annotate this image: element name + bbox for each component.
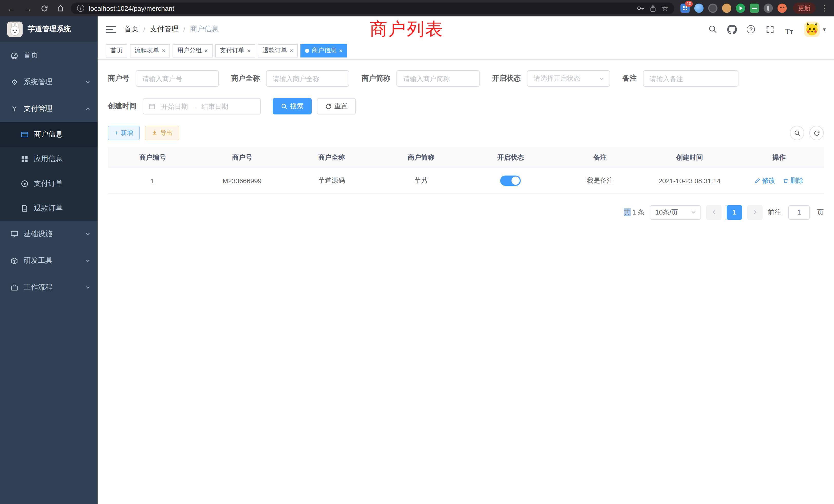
sidebar-item-home[interactable]: 首页 xyxy=(0,42,97,69)
browser-extensions: 10 xyxy=(678,4,789,13)
sidebar-item-system[interactable]: ⚙ 系统管理 xyxy=(0,69,97,95)
next-page-button[interactable] xyxy=(747,205,763,220)
fullscreen-icon[interactable] xyxy=(764,24,776,35)
create-time-label: 创建时间 xyxy=(108,101,137,111)
help-icon[interactable]: ? xyxy=(745,24,757,35)
font-size-icon[interactable]: TT xyxy=(784,24,795,35)
refresh-table-button[interactable] xyxy=(809,126,824,140)
sidebar-item-merchant-info[interactable]: 商户信息 xyxy=(0,122,97,147)
page-number-1[interactable]: 1 xyxy=(727,205,742,220)
bookmark-star-icon[interactable]: ☆ xyxy=(662,4,668,12)
remark-input[interactable] xyxy=(643,70,739,87)
page-unit-label: 页 xyxy=(817,208,824,217)
export-button[interactable]: 导出 xyxy=(145,126,179,140)
site-info-icon[interactable]: i xyxy=(77,5,84,12)
plus-icon: + xyxy=(114,129,118,137)
edit-link[interactable]: 修改 xyxy=(754,176,775,185)
pagination: 共 1 条 10条/页 1 前往 xyxy=(108,205,824,220)
tab-label: 支付订单 xyxy=(220,46,244,55)
tab-close-icon[interactable]: × xyxy=(339,47,343,54)
status-toggle[interactable] xyxy=(500,176,521,186)
prev-page-button[interactable] xyxy=(706,205,722,220)
tab-close-icon[interactable]: × xyxy=(162,47,166,54)
full-name-label: 商户全称 xyxy=(231,74,260,83)
sidebar-logo[interactable]: 芋道管理系统 xyxy=(0,17,97,42)
browser-update-button[interactable]: 更新 xyxy=(793,3,815,14)
address-bar[interactable]: i localhost:1024/pay/merchant ☆ xyxy=(71,2,674,14)
sidebar-item-pay-order[interactable]: 支付订单 xyxy=(0,171,97,196)
github-icon[interactable] xyxy=(726,24,738,35)
search-button-label: 搜索 xyxy=(290,101,304,111)
cell-create-time: 2021-10-23 08:31:14 xyxy=(645,168,734,193)
col-merchant-no: 商户号 xyxy=(197,147,287,168)
sidebar-item-devtools[interactable]: 研发工具 xyxy=(0,247,97,274)
refresh-icon[interactable] xyxy=(38,2,50,14)
reset-button[interactable]: 重置 xyxy=(317,98,356,114)
toggle-search-button[interactable] xyxy=(790,126,804,140)
breadcrumb-payment[interactable]: 支付管理 xyxy=(150,25,179,34)
full-name-input[interactable] xyxy=(266,70,349,87)
active-tab-dot xyxy=(305,48,309,53)
goto-page-input[interactable] xyxy=(788,205,810,220)
breadcrumb-home[interactable]: 首页 xyxy=(124,25,139,34)
table-header-row: 商户编号 商户号 商户全称 商户简称 开启状态 备注 创建时间 操作 xyxy=(108,147,824,168)
extension-pin-icon[interactable] xyxy=(764,4,773,13)
extension-grid-icon[interactable]: 10 xyxy=(680,4,690,13)
reset-button-label: 重置 xyxy=(334,101,348,111)
extension-face-icon[interactable] xyxy=(777,4,787,13)
delete-link[interactable]: 删除 xyxy=(783,176,804,185)
extension-avatar-icon[interactable] xyxy=(722,4,731,13)
extension-circle-icon[interactable] xyxy=(708,4,718,13)
sidebar-item-app-info[interactable]: 应用信息 xyxy=(0,147,97,171)
logo-avatar xyxy=(7,22,23,37)
create-time-range-picker[interactable]: - xyxy=(143,98,261,114)
add-button[interactable]: + 新增 xyxy=(108,126,140,140)
back-icon[interactable]: ← xyxy=(5,2,18,14)
tab-process-form[interactable]: 流程表单 × xyxy=(130,44,170,57)
remark-label: 备注 xyxy=(622,74,637,83)
sidebar-item-payment[interactable]: ¥ 支付管理 xyxy=(0,95,97,122)
box-icon xyxy=(10,257,19,265)
end-date-input[interactable] xyxy=(199,102,231,110)
search-icon[interactable] xyxy=(707,24,719,35)
tab-refund-order[interactable]: 退款订单 × xyxy=(258,44,298,57)
status-select-placeholder: 请选择开启状态 xyxy=(533,74,580,83)
hamburger-icon[interactable] xyxy=(106,26,116,33)
app-title: 芋道管理系统 xyxy=(28,25,71,34)
table-row: 1 M233666999 芋道源码 芋艿 我是备注 2021-10-23 08:… xyxy=(108,168,824,193)
user-menu[interactable]: ▾ xyxy=(805,22,826,37)
tab-close-icon[interactable]: × xyxy=(290,47,293,54)
start-date-input[interactable] xyxy=(159,102,191,110)
short-name-input[interactable] xyxy=(396,70,480,87)
extension-drop-icon[interactable] xyxy=(694,4,704,13)
sidebar-item-workflow[interactable]: 工作流程 xyxy=(0,274,97,301)
extension-note-icon[interactable] xyxy=(750,4,759,13)
page-size-select[interactable]: 10条/页 xyxy=(650,205,701,220)
tags-view: 首页 流程表单 × 用户分组 × 支付订单 × 退款订单 × xyxy=(97,42,834,60)
browser-menu-icon[interactable]: ⋮ xyxy=(820,4,829,13)
share-icon[interactable] xyxy=(650,4,657,12)
goto-label: 前往 xyxy=(768,208,781,217)
payment-submenu: 商户信息 应用信息 支付订单 xyxy=(0,122,97,221)
sidebar-item-label: 退款订单 xyxy=(34,204,63,213)
tab-close-icon[interactable]: × xyxy=(247,47,250,54)
chevron-down-icon xyxy=(85,285,90,290)
breadcrumb-separator: / xyxy=(183,25,185,33)
search-button[interactable]: 搜索 xyxy=(273,98,312,114)
tab-merchant-info[interactable]: 商户信息 × xyxy=(301,44,347,57)
status-select[interactable]: 请选择开启状态 xyxy=(527,70,610,87)
tab-home[interactable]: 首页 xyxy=(106,44,127,57)
avatar[interactable] xyxy=(805,22,820,37)
col-short-name: 商户简称 xyxy=(376,147,466,168)
merchant-no-input[interactable] xyxy=(136,70,219,87)
tab-close-icon[interactable]: × xyxy=(204,47,208,54)
forward-icon[interactable]: → xyxy=(22,2,34,14)
tab-user-group[interactable]: 用户分组 × xyxy=(173,44,213,57)
sidebar-item-infra[interactable]: 基础设施 xyxy=(0,221,97,247)
tab-pay-order[interactable]: 支付订单 × xyxy=(215,44,255,57)
home-icon[interactable] xyxy=(54,2,67,14)
key-icon[interactable] xyxy=(637,4,645,12)
edit-link-label: 修改 xyxy=(762,176,775,185)
extension-play-icon[interactable] xyxy=(736,4,745,13)
sidebar-item-refund-order[interactable]: 退款订单 xyxy=(0,196,97,221)
